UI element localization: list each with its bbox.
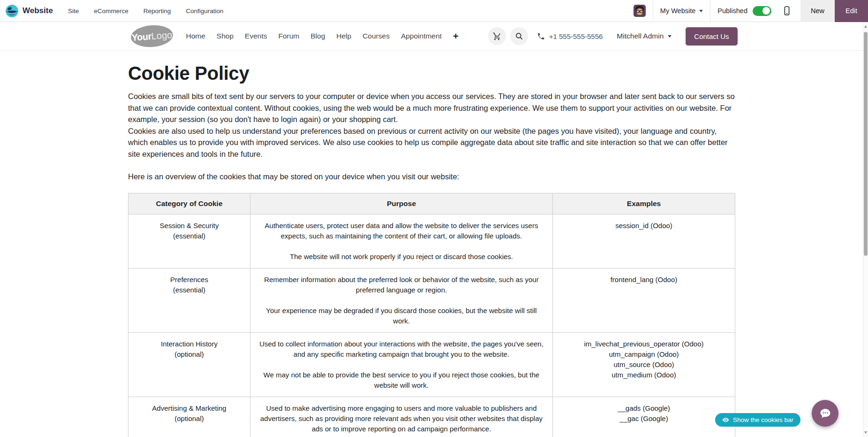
nav-appointment[interactable]: Appointment [395,32,447,40]
divider [710,0,710,22]
site-logo-text-logo: Logo [151,30,172,42]
example-item: __gac (Google) [559,414,728,424]
table-row: Interaction History (optional) Used to c… [128,332,735,397]
nav-blog[interactable]: Blog [305,32,331,40]
category-cell: Session & Security (essential) [128,214,250,268]
admin-brand-label: Website [23,6,53,15]
eye-icon [722,416,729,423]
plus-icon[interactable]: + [447,31,464,42]
intro-paragraph-1: Cookies are small bits of text sent by o… [128,91,735,125]
site-logo-text-your: Your [131,31,152,43]
purpose-note: We may not be able to provide the best s… [257,370,546,391]
nav-shop[interactable]: Shop [211,32,239,40]
page-title: Cookie Policy [128,63,735,84]
admin-menu-configuration[interactable]: Configuration [186,8,223,15]
examples-cell: im_livechat_previous_operator (Odoo) utm… [553,332,735,397]
livechat-icon [819,407,832,420]
purpose-cell: Used to collect information about your i… [250,332,553,397]
category-name: Session & Security [135,221,243,231]
edit-button[interactable]: Edit [835,0,868,22]
overview-line: Here is an overview of the cookies that … [128,171,735,183]
table-row: Advertising & Marketing (optional) Used … [128,397,735,437]
nav-courses[interactable]: Courses [357,32,395,40]
nav-events[interactable]: Events [239,32,272,40]
scrollbar-thumb[interactable] [864,32,868,256]
example-item: utm_medium (Odoo) [559,370,728,380]
site-navbar: YourLogo Home Shop Events Forum Blog Hel… [0,22,868,51]
category-cell: Preferences (essential) [128,268,250,332]
purpose-text: Used to collect information about your i… [257,339,546,360]
search-icon [515,32,523,40]
contact-us-button[interactable]: Contact Us [686,27,737,46]
admin-menu: Site eCommerce Reporting Configuration [68,8,224,15]
category-name: Interaction History [135,339,243,349]
examples-cell: session_id (Odoo) [553,214,735,268]
col-header-purpose: Purpose [250,193,553,214]
category-cell: Advertising & Marketing (optional) [128,397,250,437]
example-item: frontend_lang (Odoo) [559,275,728,285]
search-button[interactable] [510,27,528,45]
category-qualifier: (optional) [135,349,243,360]
purpose-note: The website will not work properly if yo… [257,252,546,262]
admin-menu-reporting[interactable]: Reporting [143,8,171,15]
col-header-category: Category of Cookie [128,193,250,214]
chevron-down-icon [668,35,672,38]
nav-home[interactable]: Home [181,32,211,40]
purpose-note: Your experience may be degraded if you d… [257,306,546,326]
vertical-scrollbar[interactable] [863,22,868,437]
intro-paragraph-2: Cookies are also used to help us underst… [128,125,735,160]
example-item: utm_source (Odoo) [559,360,728,370]
divider [653,0,653,22]
examples-cell: frontend_lang (Odoo) [553,268,735,332]
col-header-examples: Examples [553,193,735,214]
site-logo[interactable]: YourLogo [130,24,174,48]
website-selector-label: My Website [660,7,695,15]
admin-menu-site[interactable]: Site [68,8,79,15]
purpose-cell: Authenticate users, protect user data an… [250,214,553,268]
category-qualifier: (essential) [135,285,243,295]
admin-navbar: Website Site eCommerce Reporting Configu… [0,0,868,22]
purpose-text: Remember information about the preferred… [257,275,546,295]
phone-icon [537,32,545,40]
category-name: Preferences [135,275,243,285]
page-content: Cookie Policy Cookies are small bits of … [0,51,863,437]
new-button[interactable]: New [800,0,835,22]
website-selector-dropdown[interactable]: My Website [660,7,703,15]
admin-menu-ecommerce[interactable]: eCommerce [94,8,128,15]
purpose-text: Used to make advertising more engaging t… [257,403,546,434]
phone-link[interactable]: +1 555-555-5556 [537,32,603,40]
mobile-preview-icon[interactable] [782,6,792,16]
purpose-cell: Remember information about the preferred… [250,268,553,332]
odoo-website-logo-icon [6,5,18,17]
show-cookies-bar-button[interactable]: Show the cookies bar [715,413,800,427]
user-menu-dropdown[interactable]: Mitchell Admin [617,32,672,40]
user-name: Mitchell Admin [617,32,664,40]
example-item: session_id (Odoo) [559,221,728,231]
purpose-cell: Used to make advertising more engaging t… [250,397,553,437]
table-row: Preferences (essential) Remember informa… [128,268,735,332]
site-header-right: +1 555-555-5556 Mitchell Admin Contact U… [484,27,738,46]
examples-cell: __gads (Google) __gac (Google) [553,397,735,437]
chevron-down-icon [699,10,703,12]
user-avatar[interactable] [634,5,646,17]
table-row: Session & Security (essential) Authentic… [128,214,735,268]
published-label: Published [717,7,747,15]
table-header-row: Category of Cookie Purpose Examples [128,193,735,214]
scroll-down-arrow[interactable] [864,431,867,434]
cart-icon [492,32,501,41]
scroll-up-arrow[interactable] [864,25,867,28]
category-qualifier: (essential) [135,231,243,241]
cart-button[interactable] [488,27,506,45]
toggle-knob [762,7,770,15]
category-name: Advertising & Marketing [135,403,243,414]
livechat-button[interactable] [812,400,838,427]
nav-forum[interactable]: Forum [272,32,305,40]
nav-help[interactable]: Help [331,32,357,40]
site-menu: Home Shop Events Forum Blog Help Courses… [181,31,464,42]
category-cell: Interaction History (optional) [128,332,250,397]
example-item: __gads (Google) [559,403,728,414]
example-item: utm_campaign (Odoo) [559,349,728,360]
cookies-table: Category of Cookie Purpose Examples Sess… [128,193,735,437]
example-item: im_livechat_previous_operator (Odoo) [559,339,728,349]
published-toggle[interactable] [753,6,771,16]
